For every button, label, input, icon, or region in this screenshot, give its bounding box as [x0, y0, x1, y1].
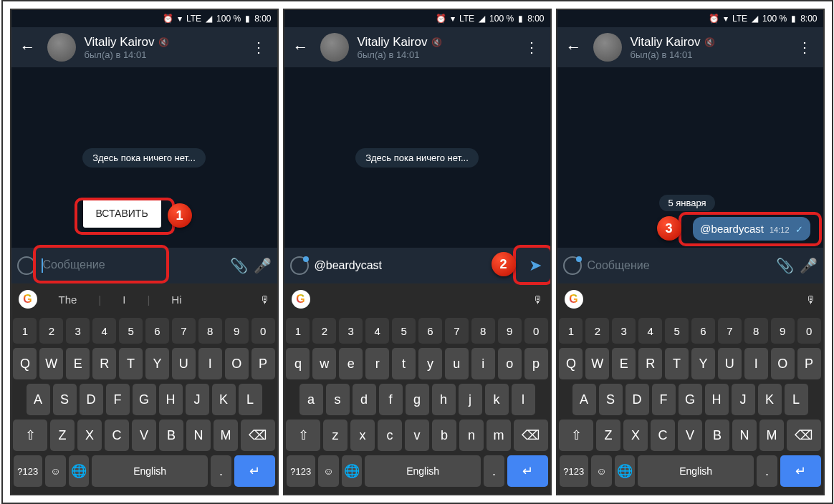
key-enter[interactable]: ↵ [780, 455, 821, 487]
key-5[interactable]: 5 [119, 318, 143, 344]
back-button[interactable]: ← [290, 35, 312, 59]
key-R[interactable]: R [638, 348, 662, 379]
key-j[interactable]: j [459, 384, 482, 415]
key-5[interactable]: 5 [665, 318, 689, 344]
key-P[interactable]: P [251, 348, 275, 379]
key-B[interactable]: B [705, 420, 729, 451]
key-Q[interactable]: Q [559, 348, 583, 379]
paste-popup[interactable]: ВСТАВИТЬ [83, 199, 161, 228]
key-Q[interactable]: Q [13, 348, 37, 379]
key-T[interactable]: T [665, 348, 689, 379]
key-z[interactable]: z [323, 420, 348, 451]
voice-input-icon[interactable]: 🎙 [532, 294, 543, 306]
key-3[interactable]: 3 [66, 318, 90, 344]
key-S[interactable]: S [53, 384, 77, 415]
key-G[interactable]: G [679, 384, 702, 415]
key-globe[interactable]: 🌐 [615, 455, 635, 487]
more-menu[interactable]: ⋮ [792, 33, 818, 62]
key-J[interactable]: J [732, 384, 755, 415]
key-emoji[interactable]: ☺ [318, 455, 338, 487]
key-L[interactable]: L [785, 384, 808, 415]
key-H[interactable]: H [159, 384, 183, 415]
key-k[interactable]: k [485, 384, 509, 415]
key-6[interactable]: 6 [691, 318, 715, 344]
key-2[interactable]: 2 [312, 318, 336, 344]
key-Z[interactable]: Z [50, 420, 75, 451]
message-input[interactable] [588, 259, 770, 272]
key-8[interactable]: 8 [471, 318, 495, 344]
key-m[interactable]: m [486, 420, 511, 451]
key-symbols[interactable]: ?123 [560, 455, 589, 487]
key-P[interactable]: P [797, 348, 821, 379]
key-1[interactable]: 1 [286, 318, 310, 344]
key-4[interactable]: 4 [638, 318, 662, 344]
key-U[interactable]: U [718, 348, 742, 379]
key-9[interactable]: 9 [771, 318, 795, 344]
key-E[interactable]: E [612, 348, 636, 379]
key-b[interactable]: b [432, 420, 456, 451]
key-W[interactable]: W [585, 348, 609, 379]
key-7[interactable]: 7 [718, 318, 742, 344]
key-6[interactable]: 6 [418, 318, 442, 344]
key-v[interactable]: v [405, 420, 429, 451]
sent-message[interactable]: @beardycast 14:12 ✓ [693, 217, 810, 241]
key-period[interactable]: . [211, 455, 231, 487]
voice-input-icon[interactable]: 🎙 [259, 294, 270, 306]
key-O[interactable]: O [771, 348, 795, 379]
key-W[interactable]: W [39, 348, 63, 379]
key-D[interactable]: D [626, 384, 649, 415]
key-a[interactable]: a [299, 384, 323, 415]
key-F[interactable]: F [106, 384, 130, 415]
key-space[interactable]: English [365, 455, 481, 487]
message-input[interactable]: @beardycast [315, 259, 520, 272]
key-emoji[interactable]: ☺ [45, 455, 65, 487]
avatar[interactable] [47, 33, 76, 62]
key-d[interactable]: d [353, 384, 376, 415]
key-symbols[interactable]: ?123 [14, 455, 43, 487]
key-9[interactable]: 9 [498, 318, 522, 344]
key-D[interactable]: D [80, 384, 103, 415]
key-S[interactable]: S [599, 384, 623, 415]
more-menu[interactable]: ⋮ [519, 33, 545, 62]
voice-input-icon[interactable]: 🎙 [805, 294, 816, 306]
key-2[interactable]: 2 [585, 318, 609, 344]
key-1[interactable]: 1 [559, 318, 583, 344]
key-N[interactable]: N [186, 420, 211, 451]
key-globe[interactable]: 🌐 [342, 455, 362, 487]
key-w[interactable]: w [312, 348, 336, 379]
key-c[interactable]: c [378, 420, 402, 451]
mic-icon[interactable]: 🎤 [800, 257, 818, 274]
key-i[interactable]: i [471, 348, 495, 379]
more-menu[interactable]: ⋮ [246, 33, 272, 62]
key-E[interactable]: E [66, 348, 90, 379]
key-l[interactable]: l [512, 384, 535, 415]
key-period[interactable]: . [757, 455, 777, 487]
key-u[interactable]: u [445, 348, 469, 379]
key-K[interactable]: K [758, 384, 782, 415]
key-7[interactable]: 7 [445, 318, 469, 344]
key-0[interactable]: 0 [797, 318, 821, 344]
key-V[interactable]: V [132, 420, 156, 451]
key-space[interactable]: English [92, 455, 208, 487]
google-icon[interactable]: G [565, 290, 583, 309]
key-2[interactable]: 2 [39, 318, 63, 344]
key-y[interactable]: y [418, 348, 442, 379]
key-Y[interactable]: Y [145, 348, 169, 379]
key-O[interactable]: O [225, 348, 249, 379]
key-n[interactable]: n [459, 420, 484, 451]
key-M[interactable]: M [759, 420, 784, 451]
key-3[interactable]: 3 [339, 318, 363, 344]
key-8[interactable]: 8 [744, 318, 768, 344]
key-⌫[interactable]: ⌫ [787, 420, 821, 451]
key-H[interactable]: H [705, 384, 729, 415]
key-I[interactable]: I [198, 348, 222, 379]
key-1[interactable]: 1 [13, 318, 37, 344]
attach-icon[interactable]: 📎 [776, 257, 794, 274]
key-⇧[interactable]: ⇧ [286, 420, 320, 451]
key-⇧[interactable]: ⇧ [13, 420, 47, 451]
key-X[interactable]: X [77, 420, 102, 451]
key-t[interactable]: t [392, 348, 416, 379]
key-symbols[interactable]: ?123 [287, 455, 316, 487]
key-⌫[interactable]: ⌫ [241, 420, 275, 451]
back-button[interactable]: ← [17, 35, 39, 59]
